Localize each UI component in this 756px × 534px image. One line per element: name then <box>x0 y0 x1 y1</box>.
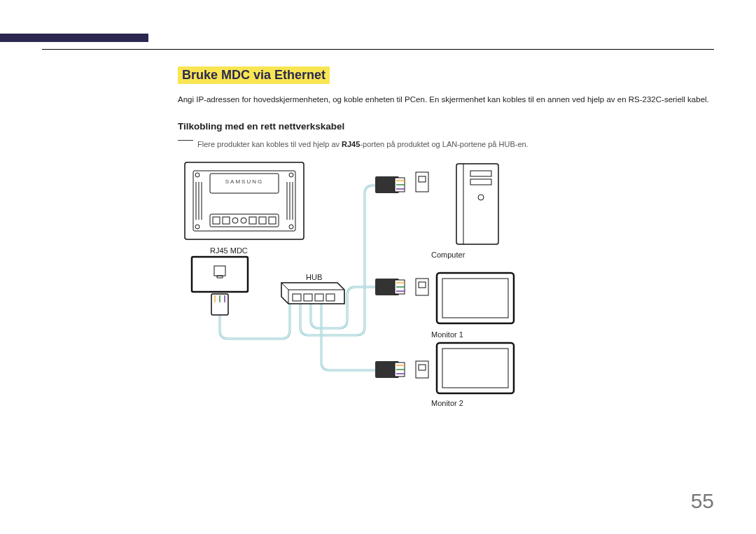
label-monitor2: Monitor 2 <box>431 399 463 407</box>
connection-diagram: RJ45 MDC HUB Computer Monitor 1 Monitor … <box>178 155 654 421</box>
subsection-heading: Tilkobling med en rett nettverkskabel <box>178 121 714 132</box>
footnote-prefix: Flere produkter kan kobles til ved hjelp… <box>197 140 342 148</box>
svg-rect-50 <box>419 365 426 370</box>
label-computer: Computer <box>431 251 465 259</box>
svg-rect-42 <box>419 176 426 182</box>
svg-rect-36 <box>456 164 498 244</box>
footnote-bold: RJ45 <box>342 140 360 148</box>
svg-rect-47 <box>437 343 514 393</box>
header-accent-bar <box>0 34 148 42</box>
svg-rect-43 <box>437 273 514 323</box>
monitor-2 <box>416 343 514 393</box>
label-monitor1: Monitor 1 <box>431 330 463 339</box>
rj45-panel <box>192 257 248 292</box>
monitor-1 <box>416 273 514 323</box>
page-content: Bruke MDC via Ethernet Angi IP-adressen … <box>178 66 714 421</box>
section-heading: Bruke MDC via Ethernet <box>178 66 330 84</box>
manual-page: Bruke MDC via Ethernet Angi IP-adressen … <box>0 0 756 534</box>
svg-rect-22 <box>192 257 248 292</box>
display-back-panel: SAMSUNG <box>185 162 304 239</box>
svg-rect-45 <box>416 279 428 295</box>
computer-tower <box>416 164 498 244</box>
svg-rect-49 <box>416 361 428 378</box>
diagram-svg: SAMSUNG <box>178 155 654 421</box>
label-rj45: RJ45 MDC <box>210 246 248 255</box>
svg-rect-46 <box>419 282 426 288</box>
rj45-plug-monitor2 <box>375 361 405 378</box>
network-hub <box>281 283 344 304</box>
label-hub: HUB <box>306 273 322 281</box>
rj45-plug-computer <box>375 176 405 193</box>
rj45-plug-main <box>211 294 228 315</box>
section-paragraph: Angi IP-adressen for hovedskjermenheten,… <box>178 94 714 106</box>
footnote: Flere produkter kan kobles til ved hjelp… <box>178 139 714 151</box>
page-number: 55 <box>691 489 714 513</box>
footnote-suffix: -porten på produktet og LAN-portene på H… <box>360 140 528 148</box>
svg-text:SAMSUNG: SAMSUNG <box>225 178 263 185</box>
rj45-plug-monitor1 <box>375 279 405 295</box>
header-rule <box>42 49 714 50</box>
